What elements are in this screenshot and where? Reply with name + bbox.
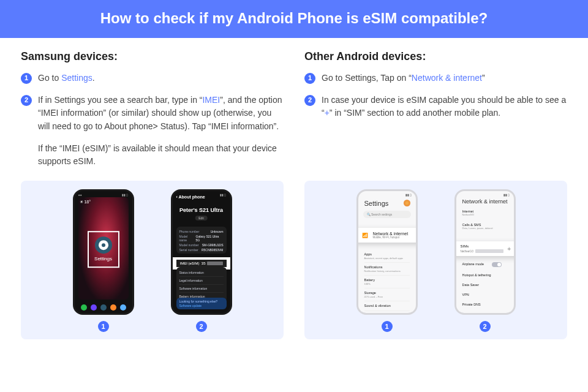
gear-icon [95,236,112,254]
plus-keyword: + [325,108,330,118]
settings-item: Sound & vibration [364,301,410,308]
about-phone-header: ‹ About phone [176,195,205,199]
network-row: Airplane mode [462,262,508,266]
airplane-toggle [492,262,502,267]
network-row: Calls & SMSData, Lorem, ipsum, dolorsit [462,223,508,230]
device-name: Peter's S21 Ultra [173,207,230,213]
settings-title: Settings [364,200,389,207]
about-line: Software information [179,284,224,292]
step-text: Go to Settings. [38,72,95,85]
samsung-extra-note: If the “IMEI (eSIM)” is available it sho… [38,142,284,168]
weather-widget: ☀ 18° [80,200,91,205]
step-badge: 1 [304,73,315,84]
imei-keyword: IMEI [202,95,220,105]
samsung-column: Samsung devices: 1 Go to Settings. 2 If … [21,50,284,176]
step-badge: 2 [21,95,32,106]
samsung-step-2: 2 If in Settings you see a search bar, t… [21,94,284,134]
other-step-2: 2 In case your device is eSIM capable yo… [304,94,567,120]
screenshot-panels: ●●▮▮ ▯ ☀ 18° Settings ▮▮ ▯ ‹ About phone… [0,176,588,339]
samsung-heading: Samsung devices: [21,50,284,63]
other-heading: Other Android devices: [304,50,567,63]
samsung-panel: ●●▮▮ ▯ ☀ 18° Settings ▮▮ ▯ ‹ About phone… [21,181,284,339]
settings-item: Notifications [364,263,410,270]
network-internet-highlight: 📶 Network & internet Mobile, Wi-Fi, hots… [356,228,418,243]
network-row: VPN [462,293,508,296]
about-row: Serial numberR5CNB0853VM [179,247,224,252]
step-text: In case your device is eSIM capable you … [322,94,567,120]
other-steps: 1 Go to Settings, Tap on “Network & inte… [304,72,567,120]
step-badge: 1 [21,73,32,84]
about-row: Model numberSM-G998U1DS [179,243,224,247]
sims-highlight: ▤ SIMs NetfreeGO + [454,241,516,256]
dock-icons [75,304,132,311]
about-line: Legal information [179,276,224,284]
network-row: Hotspot & tethering [462,273,508,277]
settings-item: Apps [364,250,410,257]
step-text: If in Settings you see a search bar, typ… [38,94,284,134]
network-row: Data Saver [462,283,508,287]
samsung-step-1: 1 Go to Settings. [21,72,284,85]
sim-icon: ▤ [454,246,457,251]
other-panel: ▮▮ ▯ Settings 🔍 Search settings 📶 Networ… [304,181,567,339]
other-step-1: 1 Go to Settings, Tap on “Network & inte… [304,72,567,85]
about-footer: Looking for something else? Software upd… [176,298,227,309]
edit-button: Edit [195,216,208,221]
settings-app-label: Settings [94,256,112,262]
settings-link[interactable]: Settings [61,73,92,83]
about-row: Model nameGalaxy S21 Ultra 5G [179,234,224,243]
caption-badge: 1 [382,321,393,332]
instruction-columns: Samsung devices: 1 Go to Settings. 2 If … [0,38,588,176]
settings-item: Battery [364,276,410,282]
about-line: Status information [179,269,224,276]
settings-app-highlight: Settings [88,231,119,268]
imei-esim-label: IMEI (eSIM) [180,262,200,265]
plus-icon: + [507,246,511,252]
network-internet-link[interactable]: Network & internet [412,73,482,83]
about-row: Phone numberUnknown [179,229,224,234]
network-row: Private DNS [462,303,508,306]
network-internet-title: Network & internet [462,198,508,205]
caption-badge: 2 [480,321,491,332]
step-badge: 2 [304,95,315,106]
settings-item: Storage [364,288,410,295]
redacted-imei [207,262,223,265]
wifi-icon: 📶 [362,233,368,238]
avatar [404,200,410,206]
other-column: Other Android devices: 1 Go to Settings,… [304,50,567,176]
samsung-mock-home: ●●▮▮ ▯ ☀ 18° Settings [73,189,134,315]
network-row: InternetNetfreeGO [462,209,508,216]
caption-badge: 1 [98,321,109,332]
redacted-sim [475,249,503,253]
android-mock-settings: ▮▮ ▯ Settings 🔍 Search settings 📶 Networ… [356,189,418,315]
samsung-mock-about: ▮▮ ▯ ‹ About phone Peter's S21 Ultra Edi… [171,189,232,315]
step-text: Go to Settings, Tap on “Network & intern… [322,72,485,85]
samsung-steps: 1 Go to Settings. 2 If in Settings you s… [21,72,284,134]
android-mock-network: ▮▮ ▯ Network & internet InternetNetfreeG… [454,189,516,315]
page-title: How to check if my Android Phone is eSIM… [0,0,588,38]
search-settings: 🔍 Search settings [363,211,411,218]
caption-badge: 2 [196,321,207,332]
